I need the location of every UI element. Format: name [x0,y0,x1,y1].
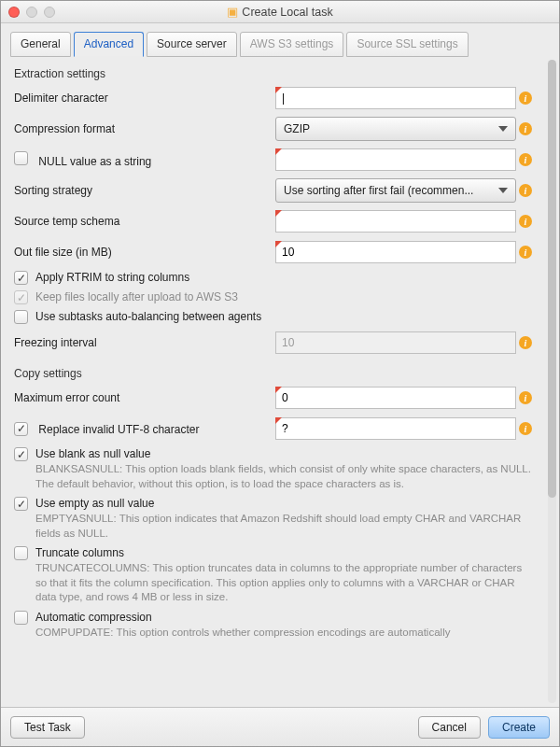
window-maximize-button [44,7,55,18]
extraction-group: Extraction settings Delimiter character … [14,67,535,356]
sorting-select[interactable]: Use sorting after first fail (recommen..… [275,178,516,203]
null-string-checkbox[interactable] [14,151,28,165]
info-icon[interactable]: i [519,153,532,166]
auto-compression-checkbox[interactable] [14,611,28,625]
tab-advanced[interactable]: Advanced [74,32,144,57]
chevron-down-icon [498,188,508,193]
replace-utf8-input[interactable] [275,417,516,440]
content-scroll-area: Extraction settings Delimiter character … [1,56,559,707]
titlebar: ▣Create Local task [1,1,559,23]
empty-null-label: Use empty as null value [35,497,154,510]
tab-bar: General Advanced Source server AWS S3 se… [1,23,559,56]
info-icon[interactable]: i [519,246,532,259]
info-icon[interactable]: i [519,391,532,404]
extraction-legend: Extraction settings [14,67,535,80]
rtrim-checkbox[interactable] [14,271,28,285]
compression-label: Compression format [14,122,275,135]
outfile-label: Out file size (in MB) [14,246,275,259]
delimiter-input[interactable] [275,87,516,109]
rtrim-label: Apply RTRIM to string columns [35,271,189,284]
cancel-button[interactable]: Cancel [418,716,481,739]
info-icon[interactable]: i [519,184,532,197]
empty-null-checkbox[interactable] [14,497,28,511]
auto-compression-label: Automatic compression [35,611,152,624]
window-title: ▣Create Local task [1,5,559,19]
copy-legend: Copy settings [14,367,535,380]
tab-general[interactable]: General [10,32,71,57]
null-string-row: NULL value as a string [14,151,275,168]
replace-utf8-label: Replace invalid UTF-8 character [38,422,199,435]
empty-null-desc: EMPTYASNULL: This option indicates that … [35,512,535,541]
vertical-scrollbar[interactable] [548,60,556,703]
copy-group: Copy settings Maximum error count i Repl… [14,367,535,640]
create-button[interactable]: Create [488,716,550,739]
sorting-label: Sorting strategy [14,184,275,197]
truncate-label: Truncate columns [35,546,124,559]
info-icon[interactable]: i [519,336,532,349]
replace-utf8-checkbox[interactable] [14,422,28,436]
info-icon[interactable]: i [519,92,532,105]
truncate-desc: TRUNCATECOLUMNS: This option truncates d… [35,561,535,605]
dialog-footer: Test Task Cancel Create [1,707,559,746]
max-err-input[interactable] [275,387,516,409]
max-err-label: Maximum error count [14,391,275,404]
window-minimize-button [26,7,37,18]
test-task-button[interactable]: Test Task [10,716,85,739]
temp-schema-label: Source temp schema [14,215,275,228]
auto-compression-desc: COMPUPDATE: This option controls whether… [35,626,535,641]
null-string-label: NULL value as a string [38,155,151,168]
info-icon[interactable]: i [519,422,532,435]
freezing-input [275,331,516,354]
outfile-input[interactable] [275,241,516,263]
chevron-down-icon [498,126,508,132]
info-icon[interactable]: i [519,122,532,135]
tab-source-server[interactable]: Source server [147,32,237,57]
tab-source-ssl[interactable]: Source SSL settings [346,32,468,57]
delimiter-label: Delimiter character [14,92,275,105]
temp-schema-input[interactable] [275,210,516,233]
replace-utf8-row: Replace invalid UTF-8 character [14,422,275,436]
blanks-null-desc: BLANKSASNULL: This option loads blank fi… [35,462,535,491]
package-icon: ▣ [227,6,238,19]
tab-aws-s3[interactable]: AWS S3 settings [240,32,344,57]
blanks-null-checkbox[interactable] [14,447,28,461]
subtasks-checkbox[interactable] [14,310,28,324]
compression-select[interactable]: GZIP [275,117,516,141]
null-string-input[interactable] [275,148,516,171]
freezing-label: Freezing interval [14,336,275,349]
blanks-null-label: Use blank as null value [35,447,150,460]
window-close-button[interactable] [8,7,20,18]
truncate-checkbox[interactable] [14,546,28,560]
subtasks-label: Use subtasks auto-balancing between agen… [35,310,261,323]
info-icon[interactable]: i [519,215,532,228]
keep-local-label: Keep files locally after upload to AWS S… [35,290,238,303]
scrollbar-thumb[interactable] [548,60,556,498]
keep-local-checkbox[interactable] [14,290,28,304]
